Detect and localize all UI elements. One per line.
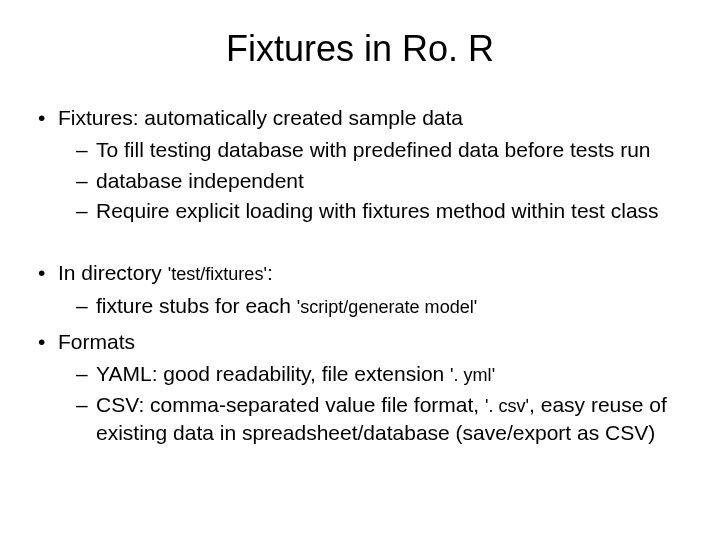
list-item: Formats YAML: good readability, file ext… [30,328,690,447]
slide-title: Fixtures in Ro. R [30,28,690,70]
bullet-list: Fixtures: automatically created sample d… [30,104,690,225]
code-text: 'test/fixtures' [168,264,267,284]
sub-list: To fill testing database with predefined… [58,136,690,225]
sub-item: fixture stubs for each 'script/generate … [58,292,690,320]
sub-item: To fill testing database with predefined… [58,136,690,164]
sub-list: YAML: good readability, file extension '… [58,360,690,447]
sub-item: Require explicit loading with fixtures m… [58,197,690,225]
bullet-text: : [267,261,273,284]
list-item: Fixtures: automatically created sample d… [30,104,690,225]
bullet-list: In directory 'test/fixtures': fixture st… [30,259,690,447]
sub-item: database independent [58,167,690,195]
sub-text: fixture stubs for each [96,294,297,317]
bullet-text: In directory [58,261,168,284]
code-text: '. csv' [485,396,529,416]
sub-list: fixture stubs for each 'script/generate … [58,292,690,320]
list-item: In directory 'test/fixtures': fixture st… [30,259,690,320]
sub-text: CSV: comma-separated value file format, [96,393,485,416]
code-text: '. yml' [450,365,495,385]
bullet-text: Formats [58,330,135,353]
sub-text: YAML: good readability, file extension [96,362,450,385]
code-text: 'script/generate model' [297,297,477,317]
sub-item: YAML: good readability, file extension '… [58,360,690,388]
spacer [30,233,690,259]
sub-item: CSV: comma-separated value file format, … [58,391,690,448]
bullet-text: Fixtures: automatically created sample d… [58,106,463,129]
